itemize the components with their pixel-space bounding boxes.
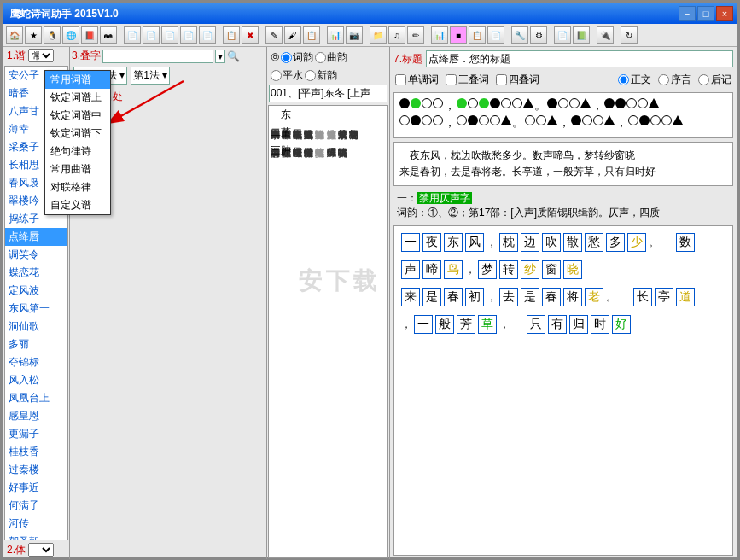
grid-cell[interactable]: 晓: [563, 260, 582, 279]
list-item[interactable]: 风入松: [5, 371, 67, 389]
radio-xuyan[interactable]: 序言: [658, 73, 691, 87]
check-sandi[interactable]: 三叠词: [446, 73, 489, 87]
grid-cell[interactable]: 芳: [457, 315, 475, 334]
grid-cell[interactable]: 般: [435, 315, 454, 334]
grid-cell[interactable]: 散: [563, 233, 582, 252]
grid-cell[interactable]: 窗: [542, 260, 561, 279]
tb-music-icon[interactable]: ♫: [388, 26, 405, 44]
grid-cell[interactable]: 春: [444, 288, 463, 306]
tb-globe-icon[interactable]: 🌐: [62, 26, 79, 44]
tb-m4-icon[interactable]: ✏: [407, 26, 424, 44]
tb-g3-icon[interactable]: 📋: [469, 26, 486, 44]
tb-g1-icon[interactable]: 📊: [431, 26, 448, 44]
grid-cell[interactable]: 好: [612, 315, 631, 334]
check-dandiao[interactable]: 单调词: [395, 73, 439, 87]
search-icon[interactable]: 🔍: [227, 50, 240, 62]
tb-m2-icon[interactable]: 📷: [346, 26, 363, 44]
tb-g4-icon[interactable]: 📄: [487, 26, 504, 44]
radio-quyun[interactable]: 曲韵: [315, 50, 347, 65]
grid-cell[interactable]: 是: [521, 288, 539, 306]
diezi-dropdown-icon[interactable]: ▾: [215, 50, 225, 63]
grid-cell[interactable]: 去: [499, 288, 518, 306]
radio-zhengwen[interactable]: 正文: [618, 73, 651, 87]
tb-home-icon[interactable]: 🏠: [6, 26, 23, 44]
list-item[interactable]: 夺锦标: [5, 353, 67, 371]
grid-cell[interactable]: 长: [633, 288, 652, 306]
diezi-input[interactable]: [102, 50, 213, 63]
grid-cell[interactable]: 东: [444, 233, 463, 252]
grid-cell[interactable]: 枕: [499, 233, 518, 252]
tb-m3-icon[interactable]: 📁: [370, 26, 387, 44]
grid-cell[interactable]: 纱: [521, 260, 539, 279]
pu-dropdown-menu[interactable]: 常用词谱钦定词谱上钦定词谱中钦定词谱下绝句律诗常用曲谱对联格律自定义谱: [44, 70, 111, 215]
tb-h1-icon[interactable]: 📄: [554, 26, 571, 44]
tb-e1-icon[interactable]: 🔌: [597, 26, 614, 44]
grid-cell[interactable]: 少: [627, 233, 646, 252]
list-item[interactable]: 河传: [5, 515, 67, 533]
grid-cell[interactable]: 一: [414, 315, 433, 334]
dropdown-item[interactable]: 钦定词谱下: [45, 125, 110, 143]
list-item[interactable]: 贺圣朝: [5, 533, 67, 540]
list-item[interactable]: 何满子: [5, 497, 67, 515]
dropdown-item[interactable]: 钦定词谱中: [45, 107, 110, 125]
dropdown-item[interactable]: 钦定词谱上: [45, 89, 110, 107]
grid-cell[interactable]: 边: [521, 233, 539, 252]
tb-edit3-icon[interactable]: 📋: [303, 26, 320, 44]
character-panel[interactable]: 一东 风同蒙崇铜啣侗仝洞 中公桐隆瞳帡倥幪蝀 红工融丰枫熊帡嚎虫 宫鸿童弢豵瞪艨…: [268, 105, 388, 558]
tb-g2-icon[interactable]: ■: [450, 26, 467, 44]
title-input[interactable]: [426, 50, 733, 67]
grid-cell[interactable]: 草: [478, 315, 497, 334]
dropdown-item[interactable]: 自定义谱: [45, 196, 110, 214]
dropdown-item[interactable]: 对联格律: [45, 178, 110, 196]
grid-cell[interactable]: 道: [676, 288, 695, 306]
tb-del-icon[interactable]: ✖: [242, 26, 259, 44]
tb-e2-icon[interactable]: ↻: [621, 26, 638, 44]
grid-cell[interactable]: 啼: [422, 260, 441, 279]
composition-grid[interactable]: 一夜东风，枕边吹散愁多少。数声啼鸟，梦转纱窗晓来是春初，去是春将老。长亭道，一般…: [393, 225, 733, 556]
tb-t1-icon[interactable]: 🔧: [511, 26, 528, 44]
list-item[interactable]: 洞仙歌: [5, 318, 67, 335]
grid-cell[interactable]: 有: [548, 315, 567, 334]
radio-houji[interactable]: 后记: [698, 73, 731, 87]
tb-m1-icon[interactable]: 📊: [327, 26, 344, 44]
list-item[interactable]: 过秦楼: [5, 461, 67, 479]
tb-doc4-icon[interactable]: 📄: [180, 26, 197, 44]
grid-cell[interactable]: 是: [422, 288, 441, 306]
tb-house-icon[interactable]: 🏘: [100, 26, 117, 44]
grid-cell[interactable]: 老: [585, 288, 603, 306]
dropdown-item[interactable]: 常用曲谱: [45, 160, 110, 178]
close-button[interactable]: ×: [716, 6, 733, 21]
method-combo-2[interactable]: 第1法 ▾: [131, 67, 170, 85]
grid-cell[interactable]: 梦: [478, 260, 497, 279]
grid-cell[interactable]: 多: [606, 233, 625, 252]
radio-pingshui[interactable]: 平水: [271, 68, 303, 83]
tb-doc2-icon[interactable]: 📄: [143, 26, 160, 44]
list-item[interactable]: 点绛唇: [5, 228, 67, 246]
tb-t2-icon[interactable]: ⚙: [530, 26, 547, 44]
grid-cell[interactable]: 夜: [422, 233, 441, 252]
dropdown-item[interactable]: 绝句律诗: [45, 143, 110, 160]
list-item[interactable]: 感皇恩: [5, 407, 67, 425]
list-item[interactable]: 多丽: [5, 335, 67, 353]
tb-doc3-icon[interactable]: 📄: [161, 26, 178, 44]
tb-doc6-icon[interactable]: 📋: [223, 26, 240, 44]
list-item[interactable]: 蝶恋花: [5, 264, 67, 282]
list-item[interactable]: 更漏子: [5, 425, 67, 443]
grid-cell[interactable]: 将: [563, 288, 582, 306]
grid-cell[interactable]: 数: [676, 233, 695, 252]
grid-cell[interactable]: 春: [542, 288, 561, 306]
grid-cell[interactable]: 吹: [542, 233, 561, 252]
tb-star-icon[interactable]: ★: [25, 26, 42, 44]
grid-cell[interactable]: 归: [569, 315, 588, 334]
grid-cell[interactable]: 转: [499, 260, 518, 279]
tb-doc5-icon[interactable]: 📄: [199, 26, 216, 44]
grid-cell[interactable]: 时: [591, 315, 609, 334]
radio-xinyun[interactable]: 新韵: [305, 68, 337, 83]
pu-select[interactable]: 常: [28, 49, 54, 62]
tb-edit1-icon[interactable]: ✎: [265, 26, 283, 44]
list-item[interactable]: 桂枝香: [5, 443, 67, 461]
grid-cell[interactable]: 初: [465, 288, 484, 306]
list-item[interactable]: 调笑令: [5, 246, 67, 264]
minimize-button[interactable]: −: [679, 6, 696, 21]
grid-cell[interactable]: 鸟: [444, 260, 463, 279]
